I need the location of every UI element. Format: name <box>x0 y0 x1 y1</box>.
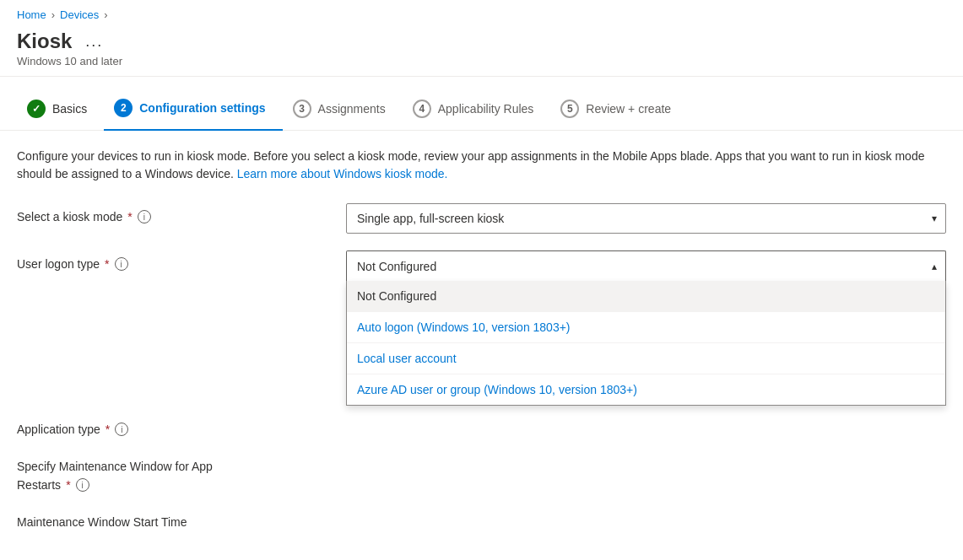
step-label-assignments: Assignments <box>318 102 386 116</box>
kiosk-mode-row: Select a kiosk mode * i Single app, full… <box>17 203 946 234</box>
dropdown-option-local-user[interactable]: Local user account <box>347 343 945 374</box>
kiosk-mode-dropdown-wrapper: Single app, full-screen kiosk ▾ <box>346 203 946 234</box>
breadcrumb-devices[interactable]: Devices <box>60 8 99 21</box>
option-label: Local user account <box>357 352 457 365</box>
maintenance-start-row: Maintenance Window Start Time <box>17 509 946 529</box>
user-logon-row: User logon type * i Not Configured ▴ Not… <box>17 250 946 281</box>
description-text: Configure your devices to run in kiosk m… <box>17 148 928 183</box>
maintenance-window-label-line1: Specify Maintenance Window for App <box>17 460 213 473</box>
step-number-assignments: 3 <box>299 103 305 115</box>
checkmark-icon: ✓ <box>32 103 41 115</box>
user-logon-value: Not Configured <box>357 260 436 273</box>
application-type-required: * <box>105 423 110 436</box>
kiosk-mode-label: Select a kiosk mode * i <box>17 203 329 223</box>
page-subtitle: Windows 10 and later <box>17 55 946 67</box>
wizard-step-review[interactable]: 5 Review + create <box>550 91 688 130</box>
application-type-label-text: Application type <box>17 423 100 436</box>
chevron-up-icon: ▴ <box>932 261 937 272</box>
dropdown-option-azure-ad[interactable]: Azure AD user or group (Windows 10, vers… <box>347 374 945 405</box>
maintenance-start-label: Maintenance Window Start Time <box>17 509 329 529</box>
application-type-label: Application type * i <box>17 416 329 436</box>
step-circle-review: 5 <box>560 100 579 118</box>
maintenance-start-label-text: Maintenance Window Start Time <box>17 515 187 529</box>
chevron-down-icon: ▾ <box>932 213 937 224</box>
user-logon-info-icon[interactable]: i <box>115 257 128 271</box>
wizard-step-basics[interactable]: ✓ Basics <box>17 91 104 130</box>
user-logon-label-text: User logon type <box>17 257 100 271</box>
step-circle-configuration: 2 <box>114 99 133 117</box>
maintenance-window-info-icon[interactable]: i <box>76 478 89 492</box>
breadcrumb: Home › Devices › <box>0 0 963 26</box>
step-circle-assignments: 3 <box>293 100 311 118</box>
dropdown-option-not-configured[interactable]: Not Configured <box>347 281 945 312</box>
main-content: Configure your devices to run in kiosk m… <box>0 131 963 529</box>
step-circle-basics: ✓ <box>27 100 46 118</box>
page-title: Kiosk <box>17 30 72 53</box>
maintenance-window-row: Specify Maintenance Window for App Resta… <box>17 453 946 492</box>
option-label: Azure AD user or group (Windows 10, vers… <box>357 383 637 396</box>
option-label: Auto logon (Windows 10, version 1803+) <box>357 320 571 334</box>
page-header: Kiosk ... Windows 10 and later <box>0 26 963 77</box>
breadcrumb-sep-1: › <box>51 8 55 21</box>
wizard-step-configuration[interactable]: 2 Configuration settings <box>104 90 282 131</box>
breadcrumb-home[interactable]: Home <box>17 8 46 21</box>
step-circle-applicability: 4 <box>413 100 431 118</box>
wizard-step-assignments[interactable]: 3 Assignments <box>283 91 403 130</box>
step-number-review: 5 <box>567 103 573 115</box>
kiosk-mode-required: * <box>127 210 132 223</box>
dropdown-option-auto-logon[interactable]: Auto logon (Windows 10, version 1803+) <box>347 312 945 343</box>
step-label-configuration: Configuration settings <box>139 101 265 115</box>
user-logon-dropdown-container: Not Configured ▴ Not Configured Auto log… <box>346 250 946 281</box>
application-type-row: Application type * i <box>17 416 946 436</box>
step-number-applicability: 4 <box>419 103 425 115</box>
user-logon-dropdown-wrapper: Not Configured ▴ Not Configured Auto log… <box>346 250 946 281</box>
kiosk-mode-info-icon[interactable]: i <box>138 210 151 223</box>
step-label-review: Review + create <box>586 102 671 116</box>
learn-more-link[interactable]: Learn more about Windows kiosk mode. <box>237 167 448 180</box>
user-logon-dropdown-menu: Not Configured Auto logon (Windows 10, v… <box>346 281 946 406</box>
breadcrumb-sep-2: › <box>104 8 107 21</box>
wizard-step-applicability[interactable]: 4 Applicability Rules <box>403 91 551 130</box>
step-label-applicability: Applicability Rules <box>438 102 534 116</box>
user-logon-label: User logon type * i <box>17 250 329 271</box>
kiosk-mode-label-text: Select a kiosk mode <box>17 210 122 223</box>
maintenance-window-required: * <box>66 478 70 492</box>
step-label-basics: Basics <box>52 102 87 116</box>
step-number-configuration: 2 <box>121 102 127 114</box>
option-label: Not Configured <box>357 289 436 303</box>
wizard-steps: ✓ Basics 2 Configuration settings 3 Assi… <box>0 77 963 131</box>
kiosk-mode-value: Single app, full-screen kiosk <box>357 212 504 225</box>
application-type-info-icon[interactable]: i <box>115 423 128 436</box>
user-logon-dropdown[interactable]: Not Configured ▴ <box>346 250 946 281</box>
maintenance-window-label-line2: Restarts <box>17 478 61 492</box>
kiosk-mode-dropdown[interactable]: Single app, full-screen kiosk ▾ <box>346 203 946 234</box>
user-logon-required: * <box>105 257 109 271</box>
description-body: Configure your devices to run in kiosk m… <box>17 149 924 180</box>
maintenance-window-label: Specify Maintenance Window for App Resta… <box>17 453 329 492</box>
ellipsis-button[interactable]: ... <box>80 31 108 52</box>
kiosk-mode-dropdown-container: Single app, full-screen kiosk ▾ <box>346 203 946 234</box>
